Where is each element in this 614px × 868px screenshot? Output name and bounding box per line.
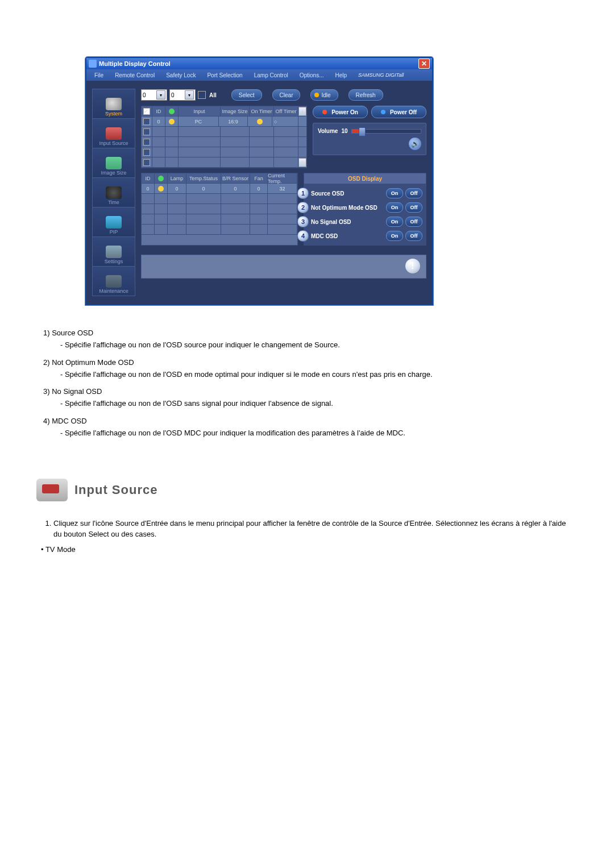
select-value: 0: [171, 92, 175, 98]
clear-button[interactable]: Clear: [272, 89, 301, 101]
table-row[interactable]: 0 PC 16:9 ○: [142, 117, 306, 127]
row-checkbox[interactable]: [143, 159, 150, 166]
volume-label: Volume: [318, 128, 338, 134]
maintenance-icon: [106, 275, 122, 288]
source-osd-on-button[interactable]: On: [386, 188, 403, 198]
col-brsensor: B/R Sensor: [221, 173, 250, 184]
power-dot-icon: [322, 110, 327, 114]
sidebar-item-label: System: [105, 111, 122, 117]
row-checkbox[interactable]: [143, 118, 150, 125]
input-source-icon: [36, 479, 68, 501]
section-title: Input Source: [74, 483, 157, 497]
all-checkbox[interactable]: [198, 91, 206, 99]
sidebar-item-image-size[interactable]: Image Size: [92, 148, 135, 178]
scroll-up-icon[interactable]: ▴: [298, 107, 306, 116]
cell-input: PC: [179, 117, 219, 127]
notoptimum-osd-on-button[interactable]: On: [386, 202, 403, 213]
system-icon: [106, 98, 122, 110]
app-icon: [89, 60, 97, 68]
col-ontimer: On Timer: [250, 106, 274, 117]
callout-4: 4: [297, 230, 309, 242]
item-heading: 2) Not Optimum Mode OSD: [43, 358, 574, 368]
idle-indicator: Idle: [310, 89, 338, 101]
sidebar-item-label: Image Size: [101, 171, 126, 176]
menu-help[interactable]: Help: [335, 72, 347, 78]
id-from-select[interactable]: 0▾: [141, 89, 167, 101]
col-id: ID: [142, 173, 155, 184]
menu-file[interactable]: File: [94, 72, 103, 78]
item-heading: 1) Source OSD: [43, 328, 574, 339]
brand-label: SAMSUNG DIGITall: [358, 72, 404, 78]
sidebar-item-input-source[interactable]: Input Source: [92, 119, 135, 148]
callout-3: 3: [297, 216, 309, 227]
status-icon: [169, 119, 175, 124]
cell-brsensor: 0: [221, 184, 250, 194]
display-grid: ✓ ID Input Image Size On Timer Off Timer…: [141, 106, 307, 168]
col-imagesize: Image Size: [221, 106, 250, 117]
osd-row-label: MDC OSD: [311, 233, 384, 239]
header-checkbox[interactable]: ✓: [143, 108, 150, 115]
sidebar-item-time[interactable]: Time: [92, 178, 135, 207]
item-desc: - Spécifie l'affichage ou non de l'OSD M…: [60, 428, 574, 439]
power-off-button[interactable]: Power Off: [371, 106, 426, 118]
sidebar-item-label: Input Source: [99, 141, 128, 146]
chevron-down-icon: ▾: [185, 90, 194, 99]
close-icon[interactable]: ✕: [418, 59, 430, 69]
row-checkbox[interactable]: [143, 139, 150, 146]
cell-imagesize: 16:9: [219, 117, 248, 127]
sidebar-item-settings[interactable]: Settings: [92, 237, 135, 267]
table-row[interactable]: 0 0 0 0 0 32: [142, 184, 297, 194]
mdc-osd-off-button[interactable]: Off: [405, 231, 422, 241]
notoptimum-osd-off-button[interactable]: Off: [405, 202, 422, 213]
sidebar-item-label: Settings: [105, 259, 123, 264]
callout-2: 2: [297, 202, 309, 213]
sidebar-item-label: Maintenance: [99, 289, 128, 294]
nosignal-osd-off-button[interactable]: Off: [405, 217, 422, 227]
titlebar: Multiple Display Control ✕: [86, 58, 432, 69]
osd-title: OSD Display: [304, 173, 426, 184]
menu-portselection[interactable]: Port Selection: [207, 72, 242, 78]
power-on-button[interactable]: Power On: [313, 106, 368, 118]
select-value: 0: [143, 92, 146, 98]
cell-fan: 0: [250, 184, 268, 194]
timer-icon: [257, 119, 263, 124]
nosignal-osd-on-button[interactable]: On: [386, 217, 403, 227]
mdc-osd-on-button[interactable]: On: [386, 231, 403, 241]
speaker-icon[interactable]: 🔊: [409, 138, 421, 150]
col-lamp: Lamp: [168, 173, 186, 184]
menu-lampcontrol[interactable]: Lamp Control: [254, 72, 288, 78]
menu-remote[interactable]: Remote Control: [115, 72, 155, 78]
osd-display-panel: OSD Display 1Source OSDOnOff 2Not Optimu…: [304, 173, 426, 246]
col-id: ID: [152, 106, 165, 117]
id-to-select[interactable]: 0▾: [169, 89, 196, 101]
cell-id: 0: [152, 117, 165, 127]
scroll-down-icon[interactable]: ▾: [298, 158, 306, 167]
select-button[interactable]: Select: [231, 89, 262, 101]
toolbar: 0▾ 0▾ All Select Clear Idle Refresh: [141, 89, 426, 101]
row-checkbox[interactable]: [143, 128, 150, 135]
sidebar-item-label: Time: [108, 200, 119, 205]
volume-panel: Volume 10 🔊: [313, 123, 426, 155]
col-input: Input: [179, 106, 221, 117]
window-title: Multiple Display Control: [99, 60, 171, 67]
power-dot-icon: [381, 110, 385, 114]
item-heading: 3) No Signal OSD: [43, 387, 574, 397]
menubar: File Remote Control Safety Lock Port Sel…: [86, 69, 432, 81]
item-heading: 4) MDC OSD: [43, 416, 574, 427]
volume-slider[interactable]: [351, 129, 421, 134]
image-size-icon: [106, 157, 122, 169]
source-osd-off-button[interactable]: Off: [405, 188, 422, 198]
menu-options[interactable]: Options...: [300, 72, 324, 78]
item-desc: - Spécifie l'affichage ou non de l'OSD e…: [60, 369, 574, 380]
row-checkbox[interactable]: [143, 149, 150, 156]
col-currenttemp: Current Temp.: [268, 173, 297, 184]
sidebar-item-pip[interactable]: PIP: [92, 207, 135, 237]
sidebar-item-system[interactable]: System: [92, 89, 135, 119]
status-icon: [169, 109, 175, 114]
menu-safetylock[interactable]: Safety Lock: [166, 72, 196, 78]
refresh-button[interactable]: Refresh: [349, 89, 383, 101]
sidebar-item-maintenance[interactable]: Maintenance: [92, 267, 135, 296]
cell-tempstatus: 0: [186, 184, 221, 194]
slider-handle[interactable]: [359, 127, 366, 136]
item-desc: - Spécifie l'affichage ou non de l'OSD s…: [60, 398, 574, 409]
